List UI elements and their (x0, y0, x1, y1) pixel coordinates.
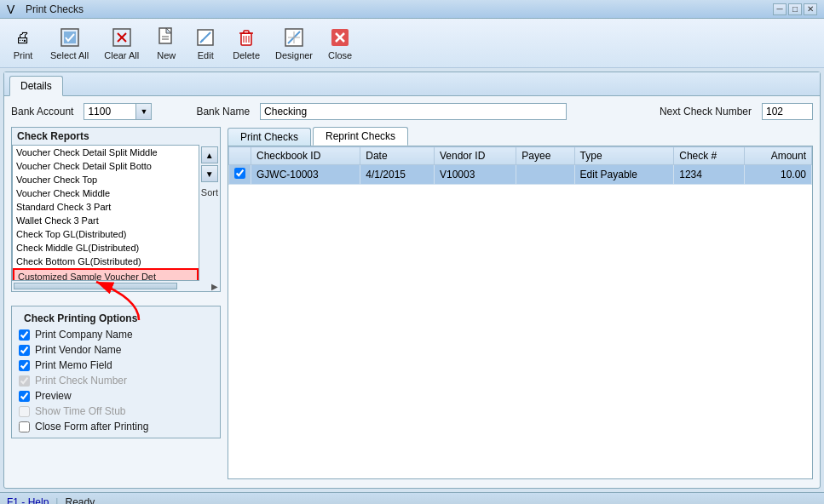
delete-button[interactable]: Delete (227, 22, 266, 64)
svg-rect-14 (244, 31, 249, 33)
left-panel: Check Reports Voucher Check Detail Split… (11, 127, 221, 479)
print-label: Print (14, 50, 33, 60)
checks-table: Checkbook ID Date Vendor ID Payee Type C… (228, 146, 812, 185)
checkbox-close-form: Close Form after Printing (19, 419, 213, 434)
sort-up-button[interactable]: ▲ (201, 146, 218, 163)
checkbox-vendor-input[interactable] (19, 345, 30, 356)
status-bar: F1 - Help | Ready (0, 492, 824, 504)
list-item[interactable]: Check Top GL(Distributed) (13, 227, 199, 241)
two-column-layout: Check Reports Voucher Check Detail Split… (11, 127, 813, 479)
col-header-checkbox (229, 147, 251, 165)
designer-label: Designer (275, 50, 313, 60)
checkbox-time-off-label: Show Time Off Stub (35, 405, 126, 417)
row-date: 4/1/2015 (360, 165, 435, 185)
edit-icon (193, 26, 217, 49)
check-reports-list[interactable]: Voucher Check Detail Split Middle Vouche… (12, 145, 199, 281)
delete-icon (234, 26, 258, 49)
list-item[interactable]: Wallet Check 3 Part (13, 214, 199, 227)
bank-account-select[interactable]: 1100 ▼ (84, 103, 152, 120)
next-check-input[interactable] (762, 103, 813, 120)
checkbox-time-off-input (19, 406, 30, 417)
status-ready: Ready (65, 496, 95, 505)
checkbox-close-form-label: Close Form after Printing (35, 421, 148, 432)
tab-header: Details (4, 72, 820, 96)
select-all-icon (58, 26, 82, 49)
options-title: Check Printing Options (19, 310, 213, 327)
bank-account-dropdown[interactable]: ▼ (135, 104, 151, 119)
horizontal-scrollbar[interactable] (14, 283, 177, 289)
next-check-label: Next Check Number (660, 106, 752, 117)
list-item[interactable]: Standard Check 3 Part (13, 200, 199, 214)
right-content: Checkbook ID Date Vendor ID Payee Type C… (228, 146, 813, 479)
details-pane: Bank Account 1100 ▼ Bank Name Next Check… (4, 96, 820, 490)
checkbox-memo: Print Memo Field (19, 358, 213, 373)
row-checkbox[interactable] (234, 168, 245, 179)
main-tab-panel: Details Bank Account 1100 ▼ Bank Name Ne… (3, 72, 821, 489)
scroll-arrow-right[interactable]: ▶ (211, 282, 218, 291)
clear-all-icon (110, 26, 134, 49)
list-item-highlighted[interactable]: Customized Sample Voucher Det (13, 268, 199, 281)
new-button[interactable]: New (148, 22, 184, 64)
maximize-button[interactable]: □ (788, 3, 802, 15)
checkbox-check-num-input (19, 375, 30, 387)
print-button[interactable]: 🖨 Print (5, 22, 41, 64)
checkbox-company-label: Print Company Name (35, 329, 133, 341)
close-label: Close (328, 50, 352, 60)
toolbar: 🖨 Print Select All Clear All New Edit De… (0, 19, 824, 68)
tab-details[interactable]: Details (9, 76, 63, 96)
checkbox-preview: Preview (19, 388, 213, 404)
list-item[interactable]: Voucher Check Detail Split Middle (13, 146, 199, 159)
edit-button[interactable]: Edit (187, 22, 223, 64)
new-label: New (157, 50, 176, 60)
help-link[interactable]: F1 - Help (7, 496, 49, 505)
list-item[interactable]: Voucher Check Top (13, 173, 199, 186)
app-icon: V (7, 3, 20, 16)
bank-name-input[interactable] (260, 103, 567, 120)
clear-all-button[interactable]: Clear All (98, 22, 145, 64)
list-item[interactable]: Check Middle GL(Distributed) (13, 241, 199, 255)
select-all-label: Select All (50, 50, 89, 60)
edit-label: Edit (198, 50, 214, 60)
bank-row: Bank Account 1100 ▼ Bank Name Next Check… (11, 103, 813, 120)
row-payee (516, 165, 574, 185)
list-item[interactable]: Voucher Check Middle (13, 186, 199, 200)
col-header-checkbook-id: Checkbook ID (251, 147, 360, 165)
list-item[interactable]: Voucher Check Detail Split Botto (13, 159, 199, 173)
checkbox-company: Print Company Name (19, 327, 213, 342)
checkbox-memo-input[interactable] (19, 360, 30, 371)
list-item[interactable]: Check Bottom GL(Distributed) (13, 255, 199, 268)
sort-down-button[interactable]: ▼ (201, 165, 218, 182)
checkbox-preview-input[interactable] (19, 391, 30, 402)
sort-buttons: ▲ ▼ Sort (199, 145, 220, 281)
col-header-vendor-id: Vendor ID (434, 147, 516, 165)
close-window-button[interactable]: ✕ (804, 3, 817, 15)
sort-label: Sort (201, 187, 218, 198)
checkbox-check-num-label: Print Check Number (35, 375, 127, 387)
row-vendor-id: V10003 (434, 165, 516, 185)
tab-reprint-checks[interactable]: Reprint Checks (313, 127, 408, 146)
right-panel: Print Checks Reprint Checks Checkbook ID… (228, 127, 813, 479)
row-checkbook-id: GJWC-10003 (251, 165, 360, 185)
right-tabs: Print Checks Reprint Checks (228, 127, 813, 146)
svg-rect-5 (159, 28, 171, 43)
tab-print-checks[interactable]: Print Checks (228, 128, 311, 146)
minimize-button[interactable]: ─ (773, 3, 787, 15)
checkbox-memo-label: Print Memo Field (35, 359, 112, 371)
checkbox-vendor: Print Vendor Name (19, 342, 213, 358)
col-header-date: Date (360, 147, 435, 165)
row-check-num: 1234 (674, 165, 745, 185)
checkbox-company-input[interactable] (19, 329, 30, 341)
designer-button[interactable]: Designer (269, 22, 319, 64)
col-header-payee: Payee (516, 147, 574, 165)
close-button[interactable]: Close (322, 22, 358, 64)
checkbox-close-form-input[interactable] (19, 421, 30, 432)
col-header-amount: Amount (745, 147, 812, 165)
title-bar: V Print Checks ─ □ ✕ (0, 0, 824, 19)
print-icon: 🖨 (11, 26, 35, 49)
select-all-button[interactable]: Select All (44, 22, 95, 64)
col-header-type: Type (574, 147, 674, 165)
checkbox-check-num: Print Check Number (19, 373, 213, 388)
check-printing-options: Check Printing Options Print Company Nam… (11, 306, 221, 438)
table-row[interactable]: GJWC-10003 4/1/2015 V10003 Edit Payable … (229, 165, 812, 185)
row-checkbox-cell[interactable] (229, 165, 251, 185)
